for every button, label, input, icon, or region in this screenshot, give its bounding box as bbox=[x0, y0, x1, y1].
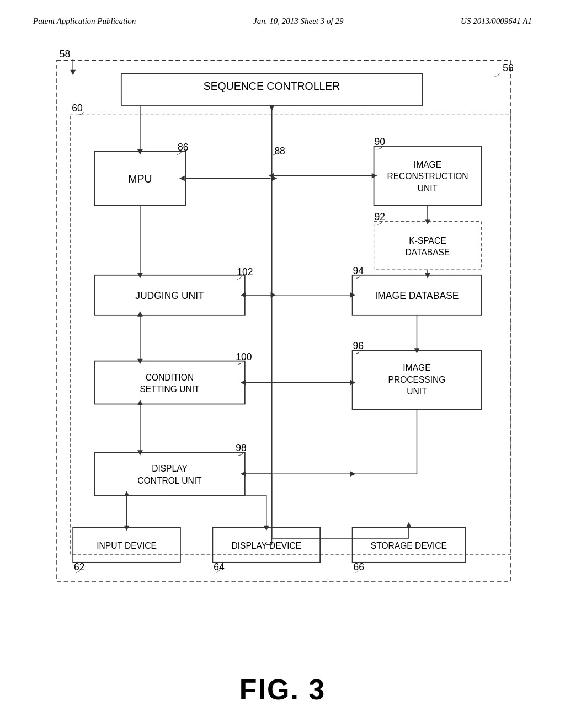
page-header: Patent Application Publication Jan. 10, … bbox=[0, 0, 565, 31]
ref-86: 86 bbox=[178, 142, 188, 153]
svg-marker-9 bbox=[137, 149, 143, 155]
img-recon-line3: UNIT bbox=[418, 184, 438, 193]
svg-marker-43 bbox=[241, 380, 246, 386]
ref-88: 88 bbox=[274, 146, 285, 157]
svg-marker-67 bbox=[406, 522, 412, 528]
ref-98: 98 bbox=[236, 442, 246, 453]
img-proc-line1: IMAGE bbox=[403, 363, 430, 372]
ref-94: 94 bbox=[353, 265, 364, 276]
svg-marker-37 bbox=[137, 311, 143, 317]
svg-rect-0 bbox=[57, 60, 511, 581]
storage-device-label: STORAGE DEVICE bbox=[371, 541, 447, 550]
svg-marker-31 bbox=[425, 273, 430, 279]
condition-line1: CONDITION bbox=[146, 373, 194, 382]
judging-label: JUDGING UNIT bbox=[135, 290, 204, 301]
svg-marker-60 bbox=[124, 491, 130, 496]
svg-marker-42 bbox=[350, 380, 356, 386]
header-center: Jan. 10, 2013 Sheet 3 of 29 bbox=[253, 17, 343, 26]
svg-marker-36 bbox=[137, 359, 143, 365]
ref-90: 90 bbox=[375, 136, 386, 147]
kspace-line1: K-SPACE bbox=[409, 236, 446, 245]
svg-rect-32 bbox=[94, 361, 245, 404]
display-ctrl-line1: DISPLAY bbox=[152, 464, 188, 473]
svg-marker-2 bbox=[70, 70, 76, 76]
display-device-label: DISPLAY DEVICE bbox=[231, 541, 301, 550]
ref-60: 60 bbox=[72, 103, 83, 114]
header-right: US 2013/0009641 A1 bbox=[461, 17, 532, 26]
ref-96: 96 bbox=[353, 340, 364, 351]
svg-marker-6 bbox=[269, 105, 275, 111]
svg-marker-47 bbox=[137, 400, 143, 405]
ref-102: 102 bbox=[237, 266, 253, 277]
svg-marker-29 bbox=[241, 292, 246, 298]
svg-rect-44 bbox=[94, 452, 245, 495]
svg-marker-25 bbox=[137, 273, 143, 279]
svg-marker-59 bbox=[124, 526, 130, 531]
svg-marker-19 bbox=[425, 219, 430, 224]
svg-marker-28 bbox=[350, 292, 356, 298]
ref-92: 92 bbox=[375, 211, 385, 222]
figure-label: FIG. 3 bbox=[239, 673, 326, 706]
condition-line2: SETTING UNIT bbox=[140, 384, 200, 394]
svg-marker-52 bbox=[241, 471, 246, 477]
ref-100: 100 bbox=[236, 351, 252, 362]
kspace-line2: DATABASE bbox=[406, 248, 450, 257]
mpu-label: MPU bbox=[128, 173, 152, 185]
header-left: Patent Application Publication bbox=[33, 17, 136, 26]
display-ctrl-line2: CONTROL UNIT bbox=[137, 476, 202, 485]
img-db-label: IMAGE DATABASE bbox=[375, 290, 459, 301]
svg-marker-11 bbox=[179, 176, 185, 181]
diagram-area: 56 58 SEQUENCE CONTROLLER 60 88 MPU 86 bbox=[33, 44, 532, 662]
sequence-controller-label: SEQUENCE CONTROLLER bbox=[204, 80, 340, 92]
svg-marker-15 bbox=[372, 173, 377, 179]
ref-58: 58 bbox=[60, 49, 70, 60]
input-device-label: INPUT DEVICE bbox=[97, 541, 157, 550]
ref-56: 56 bbox=[503, 62, 513, 73]
img-proc-line2: PROCESSING bbox=[388, 375, 446, 384]
img-recon-line1: IMAGE bbox=[414, 160, 441, 169]
img-proc-line3: UNIT bbox=[407, 387, 427, 396]
diagram-svg: 56 58 SEQUENCE CONTROLLER 60 88 MPU 86 bbox=[33, 44, 532, 662]
svg-marker-46 bbox=[137, 450, 143, 456]
img-recon-line2: RECONSTRUCTION bbox=[387, 172, 468, 181]
svg-marker-63 bbox=[264, 526, 269, 531]
svg-marker-40 bbox=[414, 348, 420, 354]
